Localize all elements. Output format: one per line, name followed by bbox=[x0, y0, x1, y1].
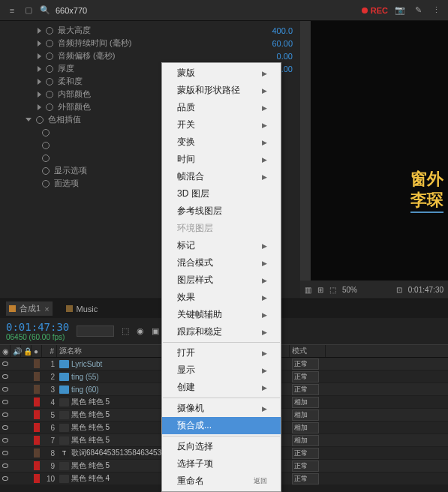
menu-item[interactable]: 效果▶ bbox=[162, 289, 281, 306]
visibility-toggle[interactable] bbox=[2, 387, 8, 392]
menu-item[interactable]: 3D 图层 bbox=[162, 185, 281, 202]
stopwatch-icon[interactable] bbox=[46, 65, 53, 73]
label-color[interactable] bbox=[34, 410, 40, 419]
blend-mode-select[interactable]: 正常 bbox=[292, 460, 319, 472]
expand-icon[interactable] bbox=[38, 40, 41, 46]
col-mode[interactable]: 模式 bbox=[290, 345, 326, 357]
label-color[interactable] bbox=[34, 461, 40, 470]
col-lock[interactable]: 🔒 bbox=[21, 345, 32, 357]
menu-item[interactable]: 创建▶ bbox=[162, 379, 281, 396]
label-color[interactable] bbox=[34, 448, 40, 458]
3d-icon[interactable]: ⬚ bbox=[329, 286, 336, 294]
menu-item[interactable]: 重命名返回 bbox=[162, 472, 281, 490]
visibility-toggle[interactable] bbox=[2, 476, 8, 481]
label-color[interactable] bbox=[34, 423, 40, 432]
blend-mode-select[interactable]: 正常 bbox=[292, 473, 319, 484]
label-color[interactable] bbox=[34, 398, 40, 406]
label-color[interactable] bbox=[34, 436, 40, 445]
visibility-toggle[interactable] bbox=[2, 362, 8, 366]
grid-icon[interactable]: ⊞ bbox=[317, 286, 323, 294]
edit-icon[interactable]: ✎ bbox=[412, 4, 424, 16]
menu-item[interactable]: 关键帧辅助▶ bbox=[162, 306, 281, 323]
menu-item[interactable]: 显示▶ bbox=[162, 362, 281, 379]
expand-icon[interactable] bbox=[26, 118, 32, 122]
blend-mode-select[interactable]: 相加 bbox=[292, 422, 319, 434]
expand-icon[interactable] bbox=[38, 104, 41, 110]
menu-item[interactable]: 跟踪和稳定▶ bbox=[162, 323, 281, 340]
menu-item[interactable]: 帧混合▶ bbox=[162, 168, 281, 185]
blend-mode-select[interactable]: 正常 bbox=[292, 371, 319, 382]
stopwatch-icon[interactable] bbox=[46, 27, 53, 34]
menu-item[interactable]: 变换▶ bbox=[162, 134, 281, 151]
timeline-tool-icon[interactable]: ▣ bbox=[152, 326, 159, 336]
expand-icon[interactable] bbox=[38, 79, 41, 85]
stopwatch-icon[interactable] bbox=[46, 40, 53, 47]
stopwatch-icon[interactable] bbox=[46, 78, 53, 86]
timeline-tool-icon[interactable]: ◉ bbox=[137, 326, 144, 336]
visibility-toggle[interactable] bbox=[2, 464, 8, 468]
menu-item[interactable]: 蒙版和形状路径▶ bbox=[162, 82, 281, 99]
menu-item[interactable]: 标记▶ bbox=[162, 237, 281, 254]
menu-item[interactable]: 蒙版▶ bbox=[162, 64, 281, 82]
blend-mode-select[interactable]: 相加 bbox=[292, 435, 319, 446]
stopwatch-icon[interactable] bbox=[46, 91, 53, 98]
record-button[interactable]: REC bbox=[362, 6, 388, 15]
stopwatch-icon[interactable] bbox=[42, 142, 50, 149]
expand-icon[interactable] bbox=[38, 53, 41, 59]
menu-item[interactable]: 摄像机▶ bbox=[162, 400, 281, 417]
property-value[interactable]: 60.00 bbox=[272, 39, 293, 48]
timeline-tool-icon[interactable]: ⬚ bbox=[122, 326, 129, 336]
label-color[interactable] bbox=[34, 474, 40, 483]
visibility-toggle[interactable] bbox=[2, 374, 8, 379]
stopwatch-icon[interactable] bbox=[42, 154, 50, 162]
col-audio[interactable]: 🔊 bbox=[11, 345, 21, 357]
menu-item[interactable]: 打开▶ bbox=[162, 344, 281, 362]
stopwatch-icon[interactable] bbox=[42, 180, 50, 188]
close-icon[interactable]: × bbox=[44, 304, 49, 314]
label-color[interactable] bbox=[34, 385, 40, 394]
blend-mode-select[interactable]: 正常 bbox=[292, 384, 319, 395]
current-timecode[interactable]: 0:01:47:30 bbox=[6, 321, 69, 333]
label-color[interactable] bbox=[34, 359, 40, 368]
blend-mode-select[interactable]: 相加 bbox=[292, 397, 319, 408]
tab-comp1[interactable]: 合成1 × bbox=[6, 302, 53, 316]
layer-search-input[interactable] bbox=[77, 326, 114, 337]
preview-timecode[interactable]: 0:01:47:30 bbox=[408, 286, 443, 294]
res-icon[interactable]: ⊡ bbox=[396, 286, 402, 294]
menu-item-precompose[interactable]: 预合成... bbox=[162, 417, 281, 434]
visibility-toggle[interactable] bbox=[2, 438, 8, 442]
zoom-value[interactable]: 50% bbox=[342, 286, 357, 294]
menu-item[interactable]: 混合模式▶ bbox=[162, 254, 281, 272]
property-row[interactable]: 音频持续时间 (毫秒) 60.00 bbox=[8, 37, 293, 50]
col-number[interactable]: # bbox=[42, 345, 57, 357]
expand-icon[interactable] bbox=[38, 28, 41, 34]
camera-icon[interactable]: 📷 bbox=[394, 4, 406, 16]
preview-viewport[interactable]: 窗外 李琛 bbox=[311, 21, 448, 280]
menu-item[interactable]: 参考线图层 bbox=[162, 202, 281, 220]
overflow-icon[interactable]: ⋮ bbox=[430, 4, 442, 16]
tab-music[interactable]: Music bbox=[63, 303, 101, 315]
col-label[interactable]: ● bbox=[32, 345, 42, 357]
property-value[interactable]: 0.00 bbox=[277, 52, 293, 61]
search-input[interactable] bbox=[56, 6, 108, 15]
menu-icon[interactable]: ≡ bbox=[6, 4, 18, 16]
property-row[interactable]: 最大高度 400.0 bbox=[8, 24, 293, 37]
blend-mode-select[interactable]: 正常 bbox=[292, 358, 319, 370]
visibility-toggle[interactable] bbox=[2, 412, 8, 417]
expand-icon[interactable] bbox=[38, 66, 41, 72]
stopwatch-icon[interactable] bbox=[46, 52, 53, 60]
menu-item[interactable]: 图层样式▶ bbox=[162, 272, 281, 289]
menu-item[interactable]: 品质▶ bbox=[162, 99, 281, 116]
menu-item[interactable]: 开关▶ bbox=[162, 116, 281, 134]
label-color[interactable] bbox=[34, 372, 40, 381]
property-value[interactable]: 400.0 bbox=[272, 26, 293, 35]
property-row[interactable]: 音频偏移 (毫秒) 0.00 bbox=[8, 50, 293, 62]
visibility-toggle[interactable] bbox=[2, 451, 8, 455]
visibility-toggle[interactable] bbox=[2, 425, 8, 430]
stopwatch-icon[interactable] bbox=[42, 129, 50, 136]
mask-mode-icon[interactable]: ▥ bbox=[305, 286, 311, 294]
menu-item[interactable]: 选择子项 bbox=[162, 455, 281, 472]
blend-mode-select[interactable]: 相加 bbox=[292, 410, 319, 421]
stopwatch-icon[interactable] bbox=[46, 104, 53, 111]
visibility-toggle[interactable] bbox=[2, 400, 8, 404]
